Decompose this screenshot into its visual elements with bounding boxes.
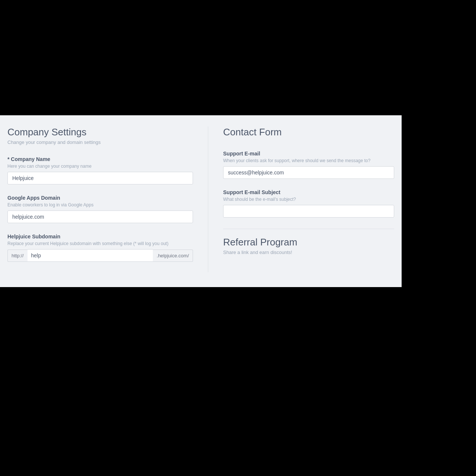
support-email-description: When your clients ask for support, where…	[223, 158, 394, 163]
google-apps-domain-description: Enable coworkers to log in via Google Ap…	[7, 202, 193, 208]
support-email-section: Support E-mail When your clients ask for…	[223, 151, 394, 179]
helpjuice-subdomain-section: Helpjuice Subdomain Replace your current…	[7, 234, 193, 262]
google-apps-domain-input[interactable]	[7, 210, 193, 223]
company-settings-title: Company Settings	[7, 126, 193, 138]
right-column: Contact Form Support E-mail When your cl…	[208, 126, 394, 272]
google-apps-domain-label: Google Apps Domain	[7, 195, 193, 201]
support-email-subject-description: What should be the e-mail's subject?	[223, 197, 394, 202]
company-settings-subtitle: Change your company and domain settings	[7, 139, 193, 145]
two-column-layout: Company Settings Change your company and…	[7, 126, 394, 272]
referral-program-title: Referral Program	[223, 237, 394, 248]
support-email-subject-section: Support E-mail Subject What should be th…	[223, 189, 394, 218]
subdomain-prefix: http://	[7, 250, 28, 262]
company-name-label: * Company Name	[7, 156, 193, 162]
referral-program-section: Referral Program Share a link and earn d…	[223, 229, 394, 255]
support-email-subject-input[interactable]	[223, 205, 394, 218]
helpjuice-subdomain-description: Replace your current Helpjuice subdomain…	[7, 241, 193, 246]
support-email-label: Support E-mail	[223, 151, 394, 157]
subdomain-row: http:// .helpjuice.com/	[7, 249, 193, 262]
referral-program-description: Share a link and earn discounts!	[223, 250, 394, 255]
helpjuice-subdomain-label: Helpjuice Subdomain	[7, 234, 193, 239]
company-name-section: * Company Name Here you can change your …	[7, 156, 193, 184]
company-name-description: Here you can change your company name	[7, 164, 193, 169]
subdomain-suffix: .helpjuice.com/	[153, 250, 193, 262]
subdomain-input[interactable]	[28, 249, 153, 262]
main-content: Company Settings Change your company and…	[0, 115, 402, 287]
company-name-input[interactable]	[7, 172, 193, 184]
left-column: Company Settings Change your company and…	[7, 126, 208, 272]
google-apps-domain-section: Google Apps Domain Enable coworkers to l…	[7, 195, 193, 223]
support-email-input[interactable]	[223, 166, 394, 179]
contact-form-title: Contact Form	[223, 126, 394, 138]
support-email-subject-label: Support E-mail Subject	[223, 189, 394, 195]
